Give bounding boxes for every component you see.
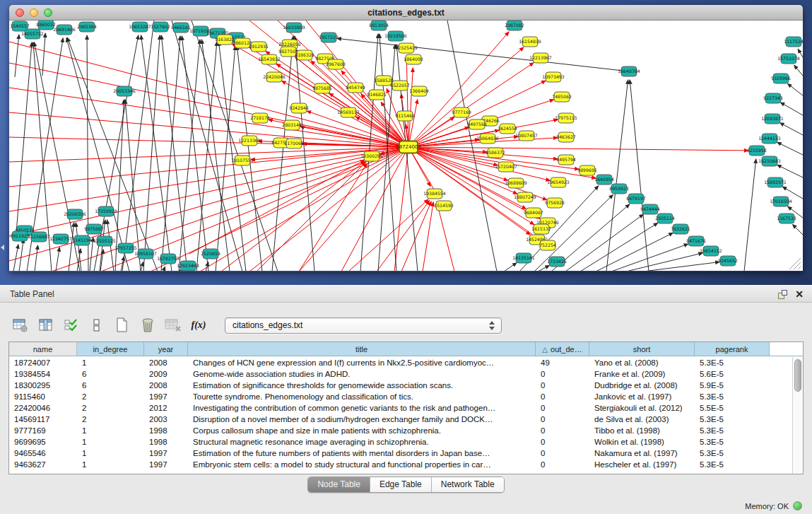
graph-node[interactable]: 10653287 bbox=[129, 22, 151, 32]
column-header-out_de[interactable]: △out_de… bbox=[536, 342, 589, 356]
column-header-title[interactable]: title bbox=[188, 342, 536, 356]
graph-edge-red[interactable] bbox=[257, 162, 366, 271]
table-cell[interactable]: 5.3E-5 bbox=[695, 425, 770, 436]
delete-column-icon[interactable] bbox=[139, 316, 157, 334]
table-cell[interactable]: 49 bbox=[536, 357, 589, 368]
table-row[interactable]: 946554611997Estimation of the future num… bbox=[9, 448, 792, 459]
graph-node[interactable]: 7485063 bbox=[552, 92, 572, 102]
graph-node[interactable]: 1170066 bbox=[284, 139, 304, 148]
table-cell[interactable]: 0 bbox=[536, 436, 589, 448]
graph-node[interactable]: 12444133 bbox=[758, 134, 781, 144]
graph-node[interactable]: 2520659 bbox=[201, 249, 220, 259]
table-cell[interactable]: 2008 bbox=[144, 357, 188, 368]
table-row[interactable]: 911546021997Tourette syndrome. Phenomeno… bbox=[9, 391, 792, 402]
column-header-in_degree[interactable]: in_degree bbox=[77, 342, 144, 356]
table-cell[interactable]: 9699695 bbox=[9, 436, 77, 448]
graph-node[interactable]: 2803144 bbox=[282, 120, 302, 130]
graph-edge-black[interactable] bbox=[780, 103, 803, 115]
table-cell[interactable]: Jankovic et al. (1997) bbox=[589, 391, 695, 402]
vertical-scrollbar[interactable] bbox=[792, 357, 803, 474]
graph-edge-black[interactable] bbox=[161, 36, 180, 271]
graph-node[interactable]: 1733426 bbox=[547, 257, 567, 267]
close-window-button[interactable] bbox=[16, 8, 24, 17]
table-cell[interactable]: 1 bbox=[77, 357, 144, 368]
graph-node[interactable]: 17975115 bbox=[555, 113, 577, 123]
graph-node[interactable]: 15720407 bbox=[495, 162, 517, 172]
graph-node[interactable]: 12505125 bbox=[93, 236, 116, 246]
graph-edge-red[interactable] bbox=[9, 147, 408, 162]
graph-edge-red[interactable] bbox=[437, 202, 454, 271]
graph-node[interactable]: 9227343 bbox=[763, 93, 783, 103]
graph-edge-red[interactable] bbox=[299, 163, 367, 271]
table-options-icon[interactable] bbox=[11, 316, 30, 334]
table-cell[interactable]: 6 bbox=[77, 368, 144, 380]
graph-edge-red[interactable] bbox=[408, 147, 748, 151]
graph-edge-black[interactable] bbox=[161, 35, 187, 271]
table-cell[interactable]: 1 bbox=[77, 448, 144, 459]
table-cell[interactable]: Stergiakouli et al. (2012) bbox=[589, 402, 695, 414]
graph-node[interactable]: 14055712 bbox=[21, 29, 44, 39]
table-cell[interactable]: Hescheler et al. (1997) bbox=[589, 459, 695, 470]
table-row[interactable]: 1872400712008Changes of HCN gene express… bbox=[9, 357, 792, 368]
table-cell[interactable]: 5.3E-5 bbox=[695, 391, 770, 402]
graph-edge-black[interactable] bbox=[122, 21, 154, 271]
select-rows-icon[interactable] bbox=[62, 316, 81, 334]
table-cell[interactable]: 5.3E-5 bbox=[695, 459, 770, 470]
table-cell[interactable]: Estimation of the future numbers of pati… bbox=[188, 448, 536, 459]
graph-hub-node[interactable]: 18724007 bbox=[396, 141, 421, 153]
column-header-short[interactable]: short bbox=[589, 342, 695, 356]
graph-node[interactable]: 9474444 bbox=[640, 204, 660, 214]
table-cell[interactable]: Changes of HCN gene expression and I(f) … bbox=[188, 357, 536, 368]
table-cell[interactable]: Embryonic stem cells: a model to study s… bbox=[188, 459, 536, 470]
graph-node[interactable]: 17957255 bbox=[114, 243, 137, 253]
network-window-titlebar[interactable]: citations_edges.txt bbox=[9, 5, 803, 21]
graph-node[interactable]: 23864836 bbox=[476, 134, 499, 144]
graph-node[interactable]: 10688609 bbox=[505, 178, 527, 188]
graph-node[interactable]: 1640954 bbox=[594, 175, 614, 185]
graph-node[interactable]: 12923448 bbox=[177, 261, 199, 271]
graph-node[interactable]: 9163822 bbox=[215, 35, 235, 45]
table-cell[interactable]: 5.5E-5 bbox=[695, 402, 770, 414]
graph-edge-black[interactable] bbox=[13, 245, 18, 271]
graph-node[interactable]: 752254 bbox=[539, 240, 556, 250]
graph-node[interactable]: 8471676 bbox=[686, 236, 706, 246]
graph-node[interactable]: 12093871 bbox=[761, 114, 784, 124]
table-row[interactable]: 1938455462009Genome-wide association stu… bbox=[9, 368, 792, 380]
table-cell[interactable]: 0 bbox=[536, 448, 589, 459]
graph-edge-black[interactable] bbox=[792, 224, 803, 235]
graph-node[interactable]: 14569117 bbox=[337, 107, 360, 117]
graph-node[interactable]: 19654923 bbox=[547, 177, 570, 187]
table-cell[interactable]: 2 bbox=[77, 391, 144, 402]
table-row[interactable]: 1830029562008Estimation of significance … bbox=[9, 380, 792, 391]
graph-edge-black[interactable] bbox=[196, 42, 217, 271]
graph-node[interactable]: 1167533 bbox=[777, 214, 796, 223]
table-row[interactable]: 946362711997Embryonic stem cells: a mode… bbox=[9, 459, 792, 470]
graph-node[interactable]: 22420046 bbox=[263, 72, 286, 82]
graph-node[interactable]: 1527602 bbox=[151, 22, 170, 32]
table-cell[interactable]: 9465546 bbox=[9, 448, 77, 459]
scrollbar-thumb[interactable] bbox=[794, 359, 801, 392]
graph-node[interactable]: 12213967 bbox=[529, 53, 552, 63]
graph-node[interactable]: 16543812 bbox=[258, 54, 281, 64]
graph-node[interactable]: 16154838 bbox=[519, 37, 541, 47]
graph-node[interactable]: 19218506 bbox=[384, 31, 407, 41]
table-cell[interactable]: Disruption of a novel member of a sodium… bbox=[188, 414, 536, 425]
function-builder-icon[interactable]: f(x) bbox=[189, 316, 208, 334]
table-cell[interactable]: 2 bbox=[77, 414, 144, 425]
graph-edge-black[interactable] bbox=[780, 123, 803, 135]
graph-node[interactable]: 16033809 bbox=[283, 23, 305, 33]
minimize-window-button[interactable] bbox=[30, 8, 38, 17]
table-cell[interactable]: Franke et al. (2009) bbox=[589, 368, 695, 380]
table-cell[interactable]: 9115460 bbox=[9, 391, 77, 402]
graph-node[interactable]: 8495794 bbox=[556, 155, 576, 165]
graph-node[interactable]: 19384554 bbox=[423, 189, 446, 199]
table-cell[interactable]: Investigating the contribution of common… bbox=[188, 402, 536, 414]
graph-node[interactable]: 2087082 bbox=[505, 21, 524, 30]
delete-table-icon[interactable] bbox=[164, 316, 182, 334]
table-cell[interactable]: de Silva et al. (2003) bbox=[589, 414, 695, 425]
table-cell[interactable]: 2 bbox=[77, 402, 144, 414]
graph-node[interactable]: 1514593 bbox=[434, 201, 454, 211]
table-cell[interactable]: Dudbridge et al. (2008) bbox=[589, 380, 695, 391]
table-cell[interactable]: 5.3E-5 bbox=[695, 414, 770, 425]
graph-edge-black[interactable] bbox=[787, 83, 803, 95]
